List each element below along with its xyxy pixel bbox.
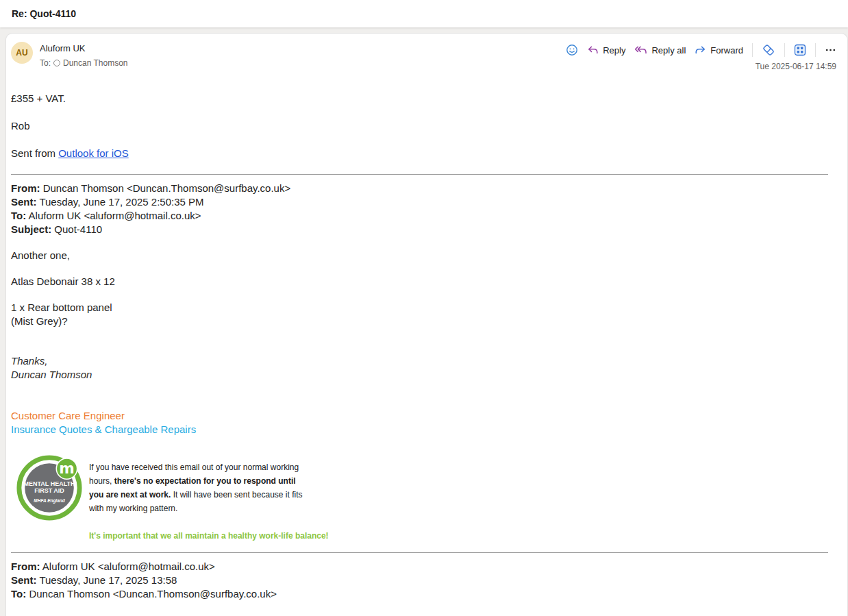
subject-label: Subject: xyxy=(11,223,51,235)
message-toolbar: Reply Reply all xyxy=(566,43,836,57)
toolbar-divider xyxy=(784,43,785,57)
to-label: To: xyxy=(40,58,51,68)
reply-label: Reply xyxy=(603,45,625,56)
forward-arrow-icon xyxy=(695,45,706,56)
message-body: £355 + VAT. Rob Sent from Outlook for iO… xyxy=(6,73,847,601)
work-life-balance-note: It's important that we all maintain a he… xyxy=(89,529,329,543)
mhfa-badge-icon: MENTAL HEALTH FIRST AID MHFA England m xyxy=(16,454,83,521)
disclaimer-line4: with my working pattern. xyxy=(89,504,177,513)
more-options-icon[interactable] xyxy=(825,45,836,56)
quoted-headers-2: From: Aluform UK <aluform@hotmail.co.uk>… xyxy=(11,560,828,601)
reply-arrow-icon xyxy=(587,45,599,56)
from-value: Duncan Thomson <Duncan.Thomson@surfbay.c… xyxy=(40,182,291,194)
forward-label: Forward xyxy=(710,45,743,56)
working-hours-disclaimer: If you have received this email out of y… xyxy=(89,460,329,515)
quoted-message-divider-2 xyxy=(11,552,828,553)
quoted-body-line-b: (Mist Grey)? xyxy=(11,315,68,327)
to-label: To: xyxy=(11,588,26,600)
signature-thanks: Thanks, xyxy=(11,355,47,367)
signature-department: Insurance Quotes & Chargeable Repairs xyxy=(11,423,828,436)
sticker-icon[interactable] xyxy=(762,43,775,57)
disclaimer-line3a: you are next at work. xyxy=(89,490,171,500)
reply-all-button[interactable]: Reply all xyxy=(634,45,686,56)
forward-button[interactable]: Forward xyxy=(695,45,743,56)
signature-role: Customer Care Engineer xyxy=(11,409,828,423)
disclaimer-line1: If you have received this email out of y… xyxy=(89,463,299,472)
disclaimer-line2b: there's no expectation for you to respon… xyxy=(114,476,296,486)
badge-text-line2: FIRST AID xyxy=(34,487,64,494)
toolbar-divider xyxy=(752,43,753,57)
quoted-body-line: Atlas Debonair 38 x 12 xyxy=(11,275,828,288)
subject-bar: Re: Quot-4110 xyxy=(0,0,848,27)
to-value: Aluform UK <aluform@hotmail.co.uk> xyxy=(26,210,201,221)
recipient-line: To: Duncan Thomson xyxy=(40,58,128,68)
sent-from-prefix: Sent from xyxy=(11,147,58,159)
body-line: £355 + VAT. xyxy=(11,92,828,106)
to-value: Duncan Thomson <Duncan.Thomson@surfbay.c… xyxy=(26,588,277,600)
quoted-body-line: 1 x Rear bottom panel(Mist Grey)? xyxy=(11,301,828,328)
smiley-icon[interactable] xyxy=(566,44,578,56)
recipient-name[interactable]: Duncan Thomson xyxy=(63,58,128,68)
message-card: AU Aluform UK To: Duncan Thomson xyxy=(5,33,848,616)
badge-text-line3: MHFA England xyxy=(34,498,65,504)
message-timestamp: Tue 2025-06-17 14:59 xyxy=(756,62,836,71)
signature-closing: Thanks,Duncan Thomson xyxy=(11,354,828,382)
quoted-body-line-a: 1 x Rear bottom panel xyxy=(11,301,112,313)
toolbar-divider xyxy=(815,43,816,57)
conversation-subject: Re: Quot-4110 xyxy=(12,8,76,19)
outlook-ios-link[interactable]: Outlook for iOS xyxy=(58,147,129,159)
disclaimer-line2a: hours, xyxy=(89,476,114,486)
from-label: From: xyxy=(11,182,40,194)
body-line: Rob xyxy=(11,119,828,133)
reply-button[interactable]: Reply xyxy=(587,45,625,56)
reply-all-label: Reply all xyxy=(651,45,686,56)
sender-name[interactable]: Aluform UK xyxy=(40,43,128,53)
presence-circle-icon xyxy=(53,60,60,66)
badge-text-line1: MENTAL HEALTH xyxy=(24,480,75,487)
quoted-headers-1: From: Duncan Thomson <Duncan.Thomson@sur… xyxy=(11,182,828,236)
email-reading-pane: Re: Quot-4110 AU Aluform UK To: Duncan T… xyxy=(0,0,848,616)
sent-value: Tuesday, June 17, 2025 2:50:35 PM xyxy=(37,196,204,208)
avatar[interactable]: AU xyxy=(11,42,33,64)
badge-monogram: m xyxy=(59,460,74,477)
message-header: AU Aluform UK To: Duncan Thomson xyxy=(6,34,847,73)
disclaimer-line3b: It will have been sent because it fits xyxy=(171,490,302,500)
signature-name: Duncan Thomson xyxy=(11,369,92,380)
subject-value: Quot-4110 xyxy=(51,223,102,235)
from-label: From: xyxy=(11,560,40,572)
to-label: To: xyxy=(11,210,26,221)
sent-value: Tuesday, June 17, 2025 13:58 xyxy=(37,574,177,586)
quoted-message-divider xyxy=(11,174,828,175)
from-value: Aluform UK <aluform@hotmail.co.uk> xyxy=(40,560,215,572)
quoted-body-line: Another one, xyxy=(11,249,828,262)
apps-grid-icon[interactable] xyxy=(794,44,806,56)
reply-all-arrow-icon xyxy=(634,45,647,56)
sent-label: Sent: xyxy=(11,196,37,208)
sent-from-line: Sent from Outlook for iOS xyxy=(11,147,828,160)
sent-label: Sent: xyxy=(11,574,37,586)
wellbeing-block: MENTAL HEALTH FIRST AID MHFA England m I… xyxy=(11,454,828,543)
